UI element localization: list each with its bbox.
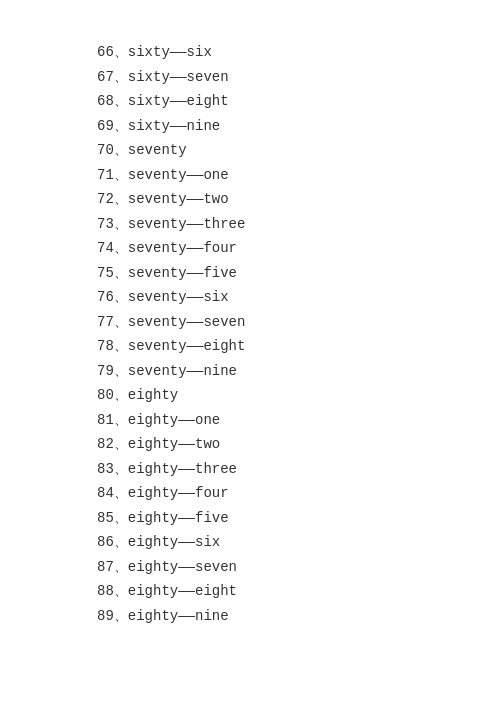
- list-item: 69、sixty——nine: [97, 114, 500, 139]
- list-item: 70、seventy: [97, 138, 500, 163]
- list-item: 78、seventy——eight: [97, 334, 500, 359]
- list-item: 71、seventy——one: [97, 163, 500, 188]
- list-item: 73、seventy——three: [97, 212, 500, 237]
- list-item: 82、eighty——two: [97, 432, 500, 457]
- list-item: 84、eighty——four: [97, 481, 500, 506]
- list-item: 74、seventy——four: [97, 236, 500, 261]
- list-item: 80、eighty: [97, 383, 500, 408]
- list-item: 88、eighty——eight: [97, 579, 500, 604]
- list-item: 75、seventy——five: [97, 261, 500, 286]
- list-item: 68、sixty——eight: [97, 89, 500, 114]
- list-item: 89、eighty——nine: [97, 604, 500, 629]
- list-item: 76、seventy——six: [97, 285, 500, 310]
- list-item: 77、seventy——seven: [97, 310, 500, 335]
- list-item: 87、eighty——seven: [97, 555, 500, 580]
- list-item: 83、eighty——three: [97, 457, 500, 482]
- list-item: 66、sixty——six: [97, 40, 500, 65]
- list-item: 86、eighty——six: [97, 530, 500, 555]
- list-item: 72、seventy——two: [97, 187, 500, 212]
- number-list: 66、sixty——six67、sixty——seven68、sixty——ei…: [0, 0, 500, 668]
- list-item: 81、eighty——one: [97, 408, 500, 433]
- list-item: 67、sixty——seven: [97, 65, 500, 90]
- list-item: 79、seventy——nine: [97, 359, 500, 384]
- list-item: 85、eighty——five: [97, 506, 500, 531]
